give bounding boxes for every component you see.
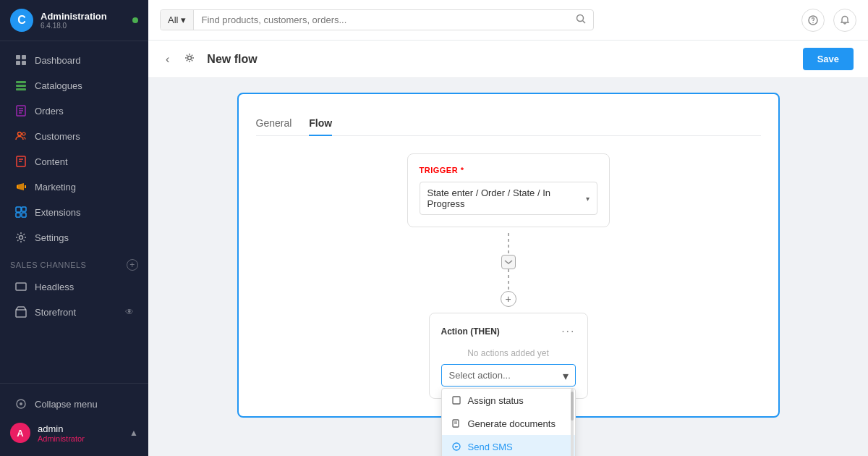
svg-point-28: [812, 22, 814, 23]
svg-rect-30: [453, 397, 460, 404]
dropdown-item-assign-status[interactable]: Assign status: [442, 389, 575, 412]
search-filter-dropdown[interactable]: All ▾: [161, 10, 194, 30]
sidebar-item-label: Headless: [35, 282, 74, 292]
assign-status-icon: [451, 394, 462, 406]
sidebar-item-storefront[interactable]: Storefront 👁: [4, 300, 144, 324]
svg-point-29: [188, 56, 192, 59]
flow-card: General Flow Trigger * State enter / Ord…: [237, 93, 780, 418]
dropdown-scrollbar: [571, 389, 574, 456]
action-menu-button[interactable]: ···: [561, 325, 575, 338]
topbar: All ▾: [148, 0, 868, 41]
svg-rect-5: [16, 85, 26, 87]
svg-point-25: [577, 15, 584, 22]
condition-arrow[interactable]: [501, 255, 516, 269]
app-name: Administration: [41, 11, 107, 22]
sidebar-item-label: Catalogues: [35, 80, 82, 91]
sidebar-item-dashboard[interactable]: Dashboard: [4, 48, 144, 72]
svg-rect-19: [22, 213, 26, 217]
generate-documents-icon: [451, 418, 462, 429]
add-sales-channel-button[interactable]: +: [127, 259, 138, 271]
svg-rect-21: [16, 283, 26, 290]
svg-rect-22: [16, 310, 26, 317]
help-button[interactable]: [801, 9, 825, 32]
dropdown-item-send-sms[interactable]: Send SMS: [442, 435, 575, 456]
topbar-actions: [801, 9, 856, 32]
svg-rect-2: [16, 61, 20, 65]
trigger-value: State enter / Order / State / In Progres…: [427, 187, 586, 209]
svg-point-24: [20, 402, 22, 405]
svg-point-11: [18, 132, 22, 136]
tab-general[interactable]: General: [256, 111, 292, 136]
connector-line: [508, 233, 509, 255]
svg-rect-3: [22, 61, 26, 65]
page-header: ‹ New flow Save: [148, 41, 868, 78]
notifications-button[interactable]: [833, 9, 856, 32]
app-logo: C: [10, 9, 33, 32]
search-button[interactable]: [569, 10, 593, 30]
tab-flow[interactable]: Flow: [309, 111, 332, 136]
collapse-label: Collapse menu: [35, 399, 98, 410]
svg-rect-17: [22, 207, 26, 211]
sidebar-item-label: Orders: [35, 106, 64, 117]
sidebar-item-settings[interactable]: Settings: [4, 225, 144, 250]
sidebar-item-catalogues[interactable]: Catalogues: [4, 73, 144, 98]
page-settings-button[interactable]: [181, 49, 198, 69]
add-connector-button[interactable]: +: [501, 291, 516, 307]
sidebar-item-label: Settings: [35, 232, 69, 243]
dropdown-item-generate-documents[interactable]: Generate documents: [442, 412, 575, 435]
search-input[interactable]: [194, 10, 569, 30]
extensions-icon: [14, 206, 27, 219]
trigger-label: Trigger *: [420, 166, 597, 174]
collapse-menu-button[interactable]: Collapse menu: [4, 392, 144, 416]
search-bar: All ▾: [160, 9, 594, 30]
filter-chevron-icon: ▾: [181, 14, 186, 25]
trigger-chevron-icon: ▾: [586, 195, 590, 203]
svg-rect-16: [16, 207, 21, 212]
sidebar-item-extensions[interactable]: Extensions: [4, 200, 144, 224]
action-label: Action (THEN): [441, 326, 500, 337]
user-role: Administrator: [38, 434, 85, 443]
svg-rect-6: [16, 88, 26, 90]
action-dropdown: Select action... ▾ Assign st: [441, 364, 576, 387]
sidebar-item-label: Storefront: [35, 307, 76, 318]
dropdown-placeholder: Select action...: [449, 370, 511, 381]
sidebar-header: C Administration 6.4.18.0: [0, 0, 148, 41]
dropdown-menu: Assign status Generate documents: [441, 388, 576, 456]
eye-icon: 👁: [125, 307, 134, 317]
main-content: All ▾ ‹ New flow Save: [148, 0, 868, 456]
dropdown-item-label: Generate documents: [468, 418, 556, 429]
sidebar-item-headless[interactable]: Headless: [4, 274, 144, 299]
user-profile[interactable]: A admin Administrator ▲: [0, 417, 148, 449]
status-dot: [132, 17, 138, 23]
svg-point-12: [22, 132, 25, 135]
svg-rect-4: [16, 81, 26, 83]
save-button[interactable]: Save: [803, 48, 854, 70]
sidebar-item-customers[interactable]: Customers: [4, 124, 144, 148]
catalogues-icon: [14, 79, 27, 92]
sidebar-item-orders[interactable]: Orders: [4, 98, 144, 123]
sidebar: C Administration 6.4.18.0 Dashboard Cata…: [0, 0, 148, 456]
user-info: admin Administrator: [38, 423, 85, 443]
content-icon: [14, 155, 27, 168]
trigger-select[interactable]: State enter / Order / State / In Progres…: [420, 182, 597, 215]
content-area: ‹ New flow Save General Flow Trigger *: [148, 41, 868, 456]
trigger-block: Trigger * State enter / Order / State / …: [407, 153, 610, 227]
chevron-up-icon: ▲: [129, 428, 138, 438]
select-action-dropdown[interactable]: Select action...: [441, 364, 576, 387]
connector-line-2: [508, 269, 509, 291]
dropdown-item-label: Assign status: [468, 395, 524, 406]
sidebar-item-content[interactable]: Content: [4, 149, 144, 174]
page-title: New flow: [207, 53, 257, 66]
collapse-icon: [14, 397, 27, 410]
sidebar-item-label: Customers: [35, 131, 80, 142]
flow-tabs: General Flow: [256, 111, 761, 136]
sidebar-item-marketing[interactable]: Marketing: [4, 174, 144, 199]
scrollbar-thumb: [571, 392, 574, 421]
back-button[interactable]: ‹: [163, 50, 172, 69]
storefront-icon: [14, 305, 27, 318]
svg-rect-1: [22, 55, 26, 59]
user-name: admin: [38, 423, 85, 434]
headless-icon: [14, 280, 27, 293]
dashboard-icon: [14, 54, 27, 67]
sidebar-item-label: Dashboard: [35, 55, 81, 66]
